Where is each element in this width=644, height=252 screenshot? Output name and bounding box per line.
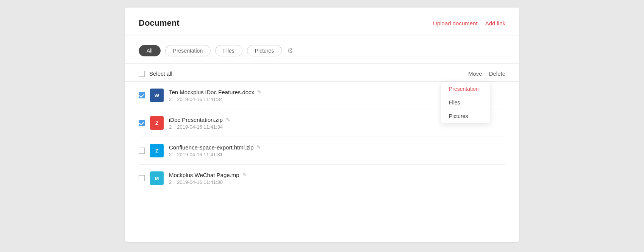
- file-checkbox-3[interactable]: [139, 148, 145, 154]
- gear-icon: ⚙: [287, 47, 293, 55]
- file-name-4: Mockplus WeChat Page.mp ✎: [169, 172, 505, 178]
- filter-tab-pictures[interactable]: Pictures: [247, 45, 282, 56]
- select-all-label: Select all: [149, 70, 172, 77]
- delete-button[interactable]: Delete: [489, 70, 505, 77]
- file-version-3: 2: [169, 152, 172, 157]
- file-info-3: 2 2019-04-16 11:41:31: [169, 152, 505, 157]
- file-date-2: 2019-04-16 11:41:34: [177, 124, 223, 130]
- file-name-3: Confluence-space-export.html.zip ✎: [169, 144, 505, 151]
- file-checkbox-2[interactable]: [139, 120, 145, 126]
- file-meta-3: Confluence-space-export.html.zip ✎ 2 201…: [169, 144, 505, 157]
- page-title: Document: [139, 18, 180, 28]
- table-row: M Mockplus WeChat Page.mp ✎ 2 2019-04-16…: [139, 165, 505, 192]
- edit-icon-button-2[interactable]: ✎: [226, 117, 230, 123]
- header-actions: Upload document Add link: [433, 20, 505, 26]
- edit-icon-button-1[interactable]: ✎: [257, 89, 262, 95]
- upload-document-button[interactable]: Upload document: [433, 20, 478, 26]
- file-version-4: 2: [169, 179, 172, 185]
- select-all-left: Select all: [139, 70, 172, 77]
- move-dropdown-item-files[interactable]: Files: [441, 96, 490, 109]
- edit-icon-button-4[interactable]: ✎: [242, 172, 247, 178]
- file-info-4: 2 2019-04-16 11:41:30: [169, 179, 505, 185]
- filter-bar: All Presentation Files Pictures ⚙: [125, 36, 519, 64]
- file-info-2: 2 2019-04-16 11:41:34: [169, 124, 505, 130]
- add-link-button[interactable]: Add link: [485, 20, 505, 26]
- filter-tab-files[interactable]: Files: [215, 45, 242, 56]
- file-icon-word: W: [150, 89, 164, 102]
- file-checkbox-4[interactable]: [139, 175, 145, 181]
- file-checkbox-1[interactable]: [139, 92, 145, 98]
- table-row: Z Confluence-space-export.html.zip ✎ 2 2…: [139, 137, 505, 165]
- bulk-actions: Move Delete Presentation Files Pictures: [468, 70, 505, 77]
- document-card: Document Upload document Add link All Pr…: [125, 8, 519, 242]
- card-header: Document Upload document Add link: [125, 8, 519, 36]
- move-dropdown: Presentation Files Pictures: [441, 82, 490, 123]
- move-dropdown-item-pictures[interactable]: Pictures: [441, 109, 490, 123]
- select-all-row: Select all Move Delete Presentation File…: [125, 64, 519, 82]
- filter-tab-presentation[interactable]: Presentation: [165, 45, 211, 56]
- file-date-3: 2019-04-16 11:41:31: [177, 152, 223, 157]
- file-meta-4: Mockplus WeChat Page.mp ✎ 2 2019-04-16 1…: [169, 172, 505, 185]
- settings-gear-button[interactable]: ⚙: [286, 46, 294, 56]
- file-icon-mp-blue: M: [150, 171, 164, 185]
- move-button[interactable]: Move: [468, 70, 482, 77]
- filter-tab-all[interactable]: All: [139, 45, 161, 56]
- move-dropdown-item-presentation[interactable]: Presentation: [441, 82, 490, 96]
- file-version-1: 2: [169, 96, 172, 102]
- file-date-4: 2019-04-16 11:41:30: [177, 179, 223, 185]
- file-date-1: 2019-04-16 11:41:34: [177, 96, 223, 102]
- edit-icon-button-3[interactable]: ✎: [256, 144, 261, 150]
- file-version-2: 2: [169, 124, 172, 130]
- file-icon-zip-red: Z: [150, 116, 164, 130]
- file-icon-zip-blue: Z: [150, 144, 164, 157]
- select-all-checkbox[interactable]: [139, 71, 145, 77]
